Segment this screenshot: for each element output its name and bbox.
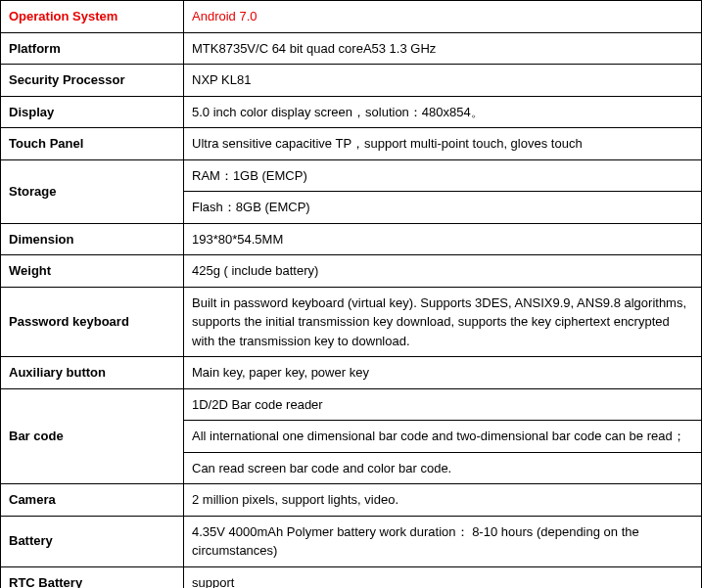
os-label: Operation System bbox=[1, 1, 184, 33]
barcode-v3: Can read screen bar code and color bar c… bbox=[184, 452, 702, 484]
touch-value: Ultra sensitive capacitive TP，support mu… bbox=[184, 128, 702, 160]
table-row: Operation System Android 7.0 bbox=[1, 1, 702, 33]
dimension-value: 193*80*54.5MM bbox=[184, 223, 702, 255]
spec-table: Operation System Android 7.0 Platform MT… bbox=[0, 0, 702, 588]
table-row: Display 5.0 inch color display screen，so… bbox=[1, 96, 702, 128]
table-row: Auxiliary button Main key, paper key, po… bbox=[1, 357, 702, 389]
storage-label: Storage bbox=[1, 159, 184, 223]
table-row: Security Processor NXP KL81 bbox=[1, 65, 702, 97]
display-value: 5.0 inch color display screen，solution：4… bbox=[184, 96, 702, 128]
rtc-value: support bbox=[184, 566, 702, 588]
camera-value: 2 million pixels, support lights, video. bbox=[184, 484, 702, 517]
table-row: Dimension 193*80*54.5MM bbox=[1, 223, 702, 255]
dimension-label: Dimension bbox=[1, 223, 184, 255]
rtc-label: RTC Battery bbox=[1, 566, 184, 588]
table-row: Weight 425g ( include battery) bbox=[1, 255, 702, 288]
table-row: Battery 4.35V 4000mAh Polymer battery wo… bbox=[1, 516, 702, 566]
platform-value: MTK8735V/C 64 bit quad coreA53 1.3 GHz bbox=[184, 32, 702, 65]
pwkb-value: Built in password keyboard (virtual key)… bbox=[184, 287, 702, 357]
battery-value: 4.35V 4000mAh Polymer battery work durat… bbox=[184, 516, 702, 566]
camera-label: Camera bbox=[1, 484, 184, 517]
pwkb-label: Password keyboard bbox=[1, 287, 184, 357]
table-row: Touch Panel Ultra sensitive capacitive T… bbox=[1, 128, 702, 160]
barcode-v2: All international one dimensional bar co… bbox=[184, 421, 702, 453]
security-label: Security Processor bbox=[1, 65, 184, 97]
table-row: Camera 2 million pixels, support lights,… bbox=[1, 484, 702, 517]
display-label: Display bbox=[1, 96, 184, 128]
platform-label: Platform bbox=[1, 32, 184, 65]
aux-label: Auxiliary button bbox=[1, 357, 184, 389]
security-value: NXP KL81 bbox=[184, 65, 702, 97]
aux-value: Main key, paper key, power key bbox=[184, 357, 702, 389]
storage-ram: RAM：1GB (EMCP) bbox=[184, 159, 702, 192]
storage-flash: Flash：8GB (EMCP) bbox=[184, 192, 702, 224]
table-row: Bar code 1D/2D Bar code reader bbox=[1, 388, 702, 421]
touch-label: Touch Panel bbox=[1, 128, 184, 160]
weight-label: Weight bbox=[1, 255, 184, 288]
weight-value: 425g ( include battery) bbox=[184, 255, 702, 288]
os-value: Android 7.0 bbox=[184, 1, 702, 33]
barcode-v1: 1D/2D Bar code reader bbox=[184, 388, 702, 421]
table-row: Password keyboard Built in password keyb… bbox=[1, 287, 702, 357]
table-row: Storage RAM：1GB (EMCP) bbox=[1, 159, 702, 192]
table-row: Platform MTK8735V/C 64 bit quad coreA53 … bbox=[1, 32, 702, 65]
barcode-label: Bar code bbox=[1, 388, 184, 484]
battery-label: Battery bbox=[1, 516, 184, 566]
table-row: RTC Battery support bbox=[1, 566, 702, 588]
